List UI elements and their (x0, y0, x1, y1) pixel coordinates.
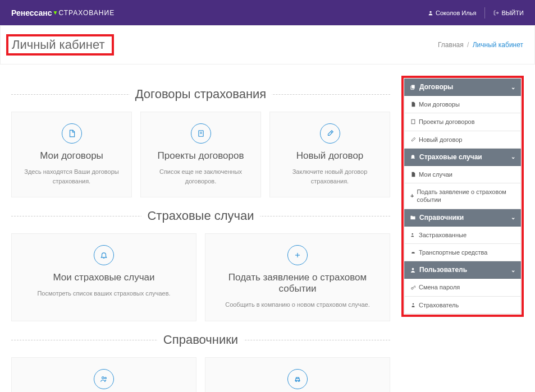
sidebar-item-my-contracts[interactable]: Мои договоры (404, 96, 521, 113)
sidebar-item-password[interactable]: Смена пароля (404, 279, 521, 296)
card-my-cases[interactable]: Мои страховые случаи Посмотреть список в… (11, 233, 196, 321)
section-header-contracts: Договоры страхования (11, 87, 390, 102)
sidebar-item-drafts[interactable]: Проекты договоров (404, 113, 521, 131)
chevron-down-icon: ⌄ (511, 154, 515, 160)
file-icon (410, 102, 416, 107)
breadcrumb: Главная / Личный кабинет (438, 41, 523, 49)
svg-rect-10 (411, 85, 415, 88)
sidebar-item-file-claim[interactable]: +Подать заявление о страховом событии (404, 183, 521, 209)
folder-icon (410, 214, 416, 220)
breadcrumb-sep: / (467, 41, 469, 49)
user-icon (428, 10, 433, 16)
header-divider (484, 7, 485, 19)
users-icon (410, 232, 416, 238)
bell-icon (410, 154, 416, 160)
logo-text-thin: СТРАХОВАНИЕ (59, 9, 115, 17)
plus-icon: + (410, 192, 414, 200)
chevron-down-icon: ⌄ (511, 214, 515, 220)
card-draft-contracts[interactable]: Проекты договоров Список еще не заключен… (140, 112, 261, 197)
document-icon (62, 123, 82, 144)
card-desc: Сообщить в компанию о новом страховом сл… (214, 300, 381, 310)
users-icon (94, 369, 114, 389)
card-title: Новый договор (278, 150, 381, 162)
svg-point-16 (413, 303, 414, 305)
sidebar: Договоры ⌄ Мои договоры Проекты договоро… (401, 76, 524, 317)
svg-point-13 (412, 233, 414, 235)
section-header-references: Справочники (11, 333, 390, 347)
card-desc: Список еще не заключенных договоров. (149, 167, 252, 186)
sidebar-item-my-cases[interactable]: Мои случаи (404, 166, 521, 183)
card-title: Мои страховые случаи (20, 272, 188, 283)
sidebar-group-user[interactable]: Пользователь ⌄ (404, 261, 521, 279)
page-title: Личный кабинет (6, 34, 114, 56)
bell-icon (94, 245, 114, 265)
draft-icon (191, 123, 211, 144)
person-icon (410, 302, 416, 308)
car-icon (410, 250, 416, 255)
key-icon (410, 285, 416, 290)
sidebar-item-insured[interactable]: Застрахованные (404, 227, 521, 244)
draft-icon (410, 119, 416, 124)
logo[interactable]: Ренессанс ▼ СТРАХОВАНИЕ (11, 8, 115, 17)
sidebar-item-new-contract[interactable]: Новый договор (404, 131, 521, 149)
sidebar-item-vehicles[interactable]: Транспортные средства (404, 244, 521, 261)
file-icon (410, 172, 416, 177)
card-title: Проекты договоров (149, 150, 252, 162)
chevron-down-icon: ⌄ (511, 84, 515, 90)
svg-point-0 (429, 11, 431, 12)
logout-icon (493, 10, 499, 16)
plus-icon (287, 245, 308, 265)
svg-point-7 (104, 377, 106, 379)
main-content: Договоры страхования Мои договоры Здесь … (11, 76, 390, 392)
card-desc: Здесь находятся Ваши договоры страховани… (20, 167, 123, 186)
card-my-contracts[interactable]: Мои договоры Здесь находятся Ваши догово… (11, 112, 132, 197)
logo-triangle-icon: ▼ (53, 10, 58, 16)
app-header: Ренессанс ▼ СТРАХОВАНИЕ Соколов Илья ВЫЙ… (0, 0, 535, 25)
svg-point-14 (412, 268, 414, 270)
card-desc: Посмотреть список ваших страховых случае… (20, 289, 188, 298)
sidebar-group-references[interactable]: Справочники ⌄ (404, 209, 521, 227)
copy-icon (410, 84, 416, 90)
user-name: Соколов Илья (436, 10, 476, 16)
logout-link[interactable]: ВЫЙТИ (493, 10, 524, 16)
edit-icon (320, 123, 340, 144)
user-link[interactable]: Соколов Илья (428, 10, 476, 16)
section-title: Справочники (158, 333, 244, 347)
svg-point-15 (411, 287, 413, 289)
page-bar: Личный кабинет Главная / Личный кабинет (0, 25, 535, 64)
breadcrumb-current[interactable]: Личный кабинет (473, 41, 523, 49)
user-icon (410, 267, 416, 273)
logout-label: ВЫЙТИ (501, 10, 524, 16)
section-title: Договоры страхования (130, 87, 272, 102)
edit-icon (410, 137, 416, 142)
sidebar-group-contracts[interactable]: Договоры ⌄ (404, 79, 521, 96)
sidebar-group-cases[interactable]: Страховые случаи ⌄ (404, 149, 521, 166)
svg-point-6 (102, 376, 104, 379)
header-right: Соколов Илья ВЫЙТИ (428, 7, 524, 19)
logo-text-bold: Ренессанс (11, 8, 52, 17)
chevron-down-icon: ⌄ (511, 267, 515, 273)
card-title: Подать заявление о страховом событии (214, 272, 381, 294)
car-icon (287, 369, 308, 389)
card-insured[interactable]: Застрахованные Данные застрахованных, во… (11, 357, 196, 393)
section-title: Страховые случаи (141, 209, 259, 223)
card-file-claim[interactable]: Подать заявление о страховом событии Соо… (205, 233, 390, 321)
section-header-cases: Страховые случаи (11, 209, 390, 223)
card-vehicles[interactable]: Транспортные средства Данные транспортны… (205, 357, 390, 393)
card-title: Мои договоры (20, 150, 123, 162)
sidebar-item-policyholder[interactable]: Страхователь (404, 297, 521, 314)
svg-rect-12 (411, 120, 415, 124)
card-new-contract[interactable]: Новый договор Заключите новый договор ст… (269, 112, 390, 197)
card-desc: Заключите новый договор страхования. (278, 167, 381, 186)
breadcrumb-home[interactable]: Главная (438, 41, 464, 49)
